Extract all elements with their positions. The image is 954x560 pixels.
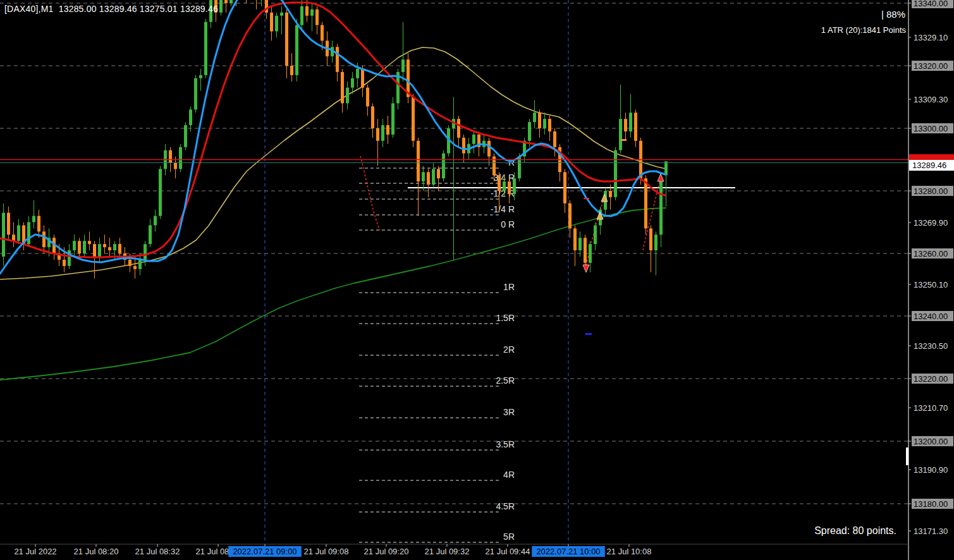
candle-body	[538, 113, 541, 128]
time-axis-label: 21 Jul 08:32	[135, 547, 180, 556]
price-axis-label: 13171.30	[914, 527, 948, 536]
candle-body	[78, 241, 81, 253]
candle-body	[37, 216, 40, 232]
price-level-badge-label: 13220.00	[914, 374, 948, 384]
ma-fast-blue	[0, 0, 666, 274]
time-axis-label: 21 Jul 09:32	[425, 547, 470, 556]
candle-body	[169, 150, 172, 163]
candle-body	[63, 260, 66, 266]
candle-body	[113, 244, 116, 250]
candle-body	[7, 213, 10, 235]
candle-body	[174, 162, 177, 169]
candle-body	[573, 228, 577, 250]
candle-body	[568, 204, 572, 229]
price-level-badge-label: 13200.00	[914, 437, 948, 446]
candle-body	[199, 75, 202, 78]
candle-body	[103, 244, 106, 247]
trading-chart-window: -R-3/4 R-1/2 R-1/4 R0 R1R1.5R2R2.5R3R3.5…	[0, 0, 954, 560]
price-axis-label: 13190.90	[914, 465, 948, 475]
candle-body	[275, 16, 278, 32]
pending-order-dash-icon	[585, 333, 592, 335]
candle-body	[224, 0, 228, 3]
candle-body	[179, 147, 182, 169]
candle-body	[2, 213, 5, 257]
candle-body	[32, 216, 35, 222]
candle-body	[381, 125, 384, 141]
candle-body	[614, 150, 617, 197]
candle-body	[321, 25, 324, 41]
candle-body	[594, 225, 597, 244]
candle-body	[386, 125, 389, 135]
candle-body	[118, 244, 121, 253]
candle-body	[548, 119, 551, 131]
candle-body	[27, 222, 30, 245]
price-axis-label: 13250.10	[914, 280, 948, 289]
candle-body	[462, 138, 465, 154]
price-axis-label: 13230.50	[914, 341, 948, 351]
time-separator-badge-label: 2022.07.21 09:00	[233, 547, 297, 556]
candle-body	[189, 109, 192, 125]
ma-long-green	[0, 208, 666, 380]
chart-canvas[interactable]: -R-3/4 R-1/2 R-1/4 R0 R1R1.5R2R2.5R3R3.5…	[0, 0, 954, 560]
candle-body	[366, 88, 369, 107]
candle-body	[563, 172, 566, 204]
candle-body	[204, 22, 207, 75]
candle-body	[553, 131, 556, 147]
candle-body	[457, 119, 460, 138]
candle-body	[589, 244, 592, 263]
candle-body	[108, 247, 111, 250]
price-axis-label: 13269.90	[914, 218, 948, 228]
candle-body	[619, 119, 622, 150]
candle-body	[513, 178, 516, 194]
candle-body	[528, 122, 531, 141]
candle-body	[194, 78, 197, 110]
candle-body	[361, 69, 364, 88]
candle-body	[17, 225, 20, 241]
candle-body	[154, 216, 157, 226]
price-level-badge-label: 13340.00	[914, 0, 948, 8]
candle-body	[487, 141, 491, 157]
r-level-label: 2.5R	[496, 375, 515, 386]
candle-body	[664, 161, 668, 175]
candle-body	[285, 13, 288, 66]
candle-body	[649, 228, 652, 250]
candle-body	[144, 244, 147, 260]
candle-body	[159, 169, 162, 216]
symbol-period-label: [DAX40],M1	[4, 4, 53, 14]
candle-body	[391, 103, 394, 135]
r-level-label: 0 R	[501, 219, 515, 229]
time-separator-badge-label: 2022.07.21 10:00	[536, 547, 600, 556]
price-axis-label: 13309.30	[914, 95, 948, 104]
candle-body	[310, 9, 314, 16]
price-axis-label: 13329.10	[914, 33, 948, 42]
spread-readout: Spread: 80 points.	[814, 525, 896, 537]
trade-trail-line	[360, 156, 380, 230]
candle-body	[401, 59, 405, 72]
candle-body	[341, 72, 344, 103]
candle-body	[543, 119, 546, 128]
candle-body	[184, 125, 187, 147]
r-level-label: -1/4 R	[491, 204, 515, 214]
r-level-label: 3.5R	[496, 439, 515, 449]
r-level-label: 4R	[503, 470, 515, 480]
candle-body	[133, 266, 137, 269]
close-arrow-icon	[657, 174, 664, 181]
time-axis-label: 21 Jul 08:20	[74, 547, 119, 556]
candle-body	[219, 0, 223, 13]
candle-body	[584, 238, 587, 263]
candle-body	[229, 0, 233, 3]
price-level-badge-label: 13260.00	[914, 249, 948, 259]
candle-body	[422, 172, 425, 181]
symbol-ohlc-readout: [DAX40],M1 13285.00 13289.46 13275.01 13…	[4, 4, 218, 14]
candle-body	[356, 69, 359, 78]
candle-body	[472, 135, 475, 144]
price-level-badge-label: 13240.00	[914, 312, 948, 321]
candle-body	[280, 13, 283, 16]
r-level-label: 4.5R	[496, 501, 515, 511]
candle-body	[634, 113, 637, 141]
candle-body	[644, 178, 647, 228]
time-axis-label: 21 Jul 2022	[14, 547, 56, 556]
candle-body	[346, 88, 349, 104]
candle-body	[654, 234, 657, 250]
r-level-label: 5R	[503, 532, 515, 542]
